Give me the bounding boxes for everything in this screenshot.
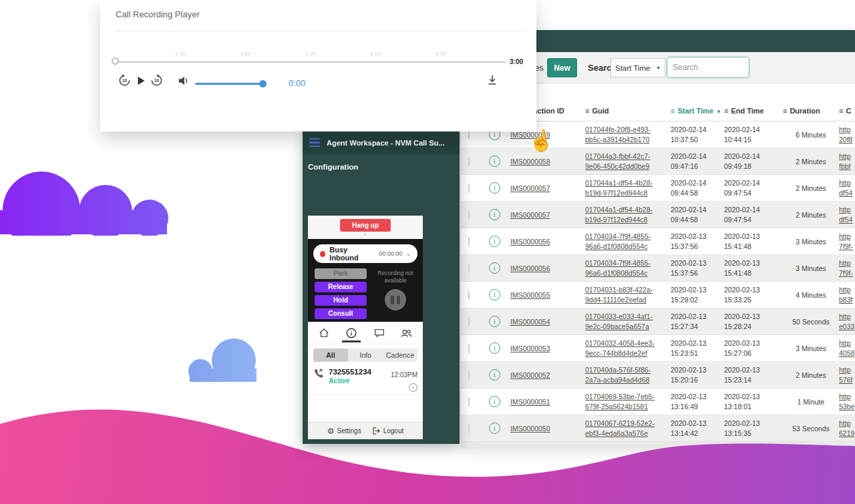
guid-link[interactable]: 01704034-7f9f-4855-96a6-d1f0808d554c — [585, 232, 651, 250]
row-checkbox[interactable] — [468, 290, 470, 300]
call-status-pill[interactable]: Busy Inbound 00:00:00 ⌄ — [313, 244, 417, 263]
home-icon[interactable] — [317, 325, 331, 341]
recording-link[interactable]: http7f9f- — [839, 259, 853, 277]
info-icon[interactable]: i — [489, 289, 500, 300]
pause-recording-button[interactable] — [385, 289, 406, 310]
consult-button[interactable]: Consult — [315, 308, 367, 319]
tab-all[interactable]: All — [313, 348, 348, 362]
hangup-button[interactable]: Hang up — [340, 219, 391, 232]
info-icon[interactable]: i — [489, 236, 500, 247]
call-list-item[interactable]: 7325551234 Active 12:03PM i — [308, 364, 423, 395]
recording-link[interactable]: http20f8 — [839, 125, 852, 144]
column-header-label: Start Time — [677, 107, 713, 115]
logout-button[interactable]: Logout — [372, 427, 404, 435]
release-button[interactable]: Release — [315, 282, 367, 292]
interaction-id-link[interactable]: IMS0000056 — [510, 238, 550, 246]
column-header-guid[interactable]: ≡Guid — [585, 107, 671, 115]
call-info-icon[interactable]: i — [409, 383, 417, 392]
start-time-value: 2020-02-1409:47:16 — [671, 152, 707, 170]
row-checkbox[interactable] — [468, 237, 470, 246]
interaction-id-cell: IMS0000055 — [510, 291, 585, 299]
volume-slider[interactable] — [195, 83, 262, 85]
guid-cell: 017044a1-df54-4b28-b19d-97f12ed944c8 — [585, 205, 671, 224]
seek-bar[interactable] — [116, 61, 506, 63]
row-checkbox[interactable] — [468, 370, 470, 380]
recording-link-cell: http576f — [839, 365, 855, 385]
row-checkbox[interactable] — [468, 184, 470, 193]
volume-icon[interactable] — [178, 75, 190, 89]
recording-link[interactable]: httpb83f — [839, 286, 852, 304]
column-header-end-time[interactable]: ≡End Time — [724, 107, 783, 115]
search-input[interactable] — [667, 57, 749, 78]
guid-link[interactable]: 017044fe-20f8-e493-bb5c-a3914b42b170 — [585, 125, 651, 144]
info-icon[interactable]: i — [489, 156, 500, 167]
guid-link[interactable]: 01704034-7f9f-4855-96a6-d1f0808d554c — [585, 259, 651, 277]
play-icon[interactable] — [135, 75, 147, 89]
settings-button[interactable]: ⚙ Settings — [327, 427, 361, 436]
download-icon[interactable] — [486, 74, 498, 88]
start-time-value: 2020-02-1315:27:34 — [671, 312, 707, 330]
guid-link[interactable]: 01704032-4058-4ee3-9ecc-744b8d4de2ef — [585, 339, 655, 357]
recording-link[interactable]: http576f — [839, 366, 852, 384]
interaction-id-link[interactable]: IMS0000055 — [510, 291, 550, 299]
interaction-id-link[interactable]: IMS0000054 — [510, 318, 550, 326]
column-header-start-time[interactable]: ≡Start Time▼ — [671, 107, 724, 115]
column-header-duration[interactable]: ≡Duration — [783, 107, 839, 115]
recording-link[interactable]: httpdf54 — [839, 206, 852, 224]
info-icon[interactable]: i — [489, 316, 500, 327]
guid-link[interactable]: 01704033-e033-4af1-9e2c-09bace5a657a — [585, 312, 653, 330]
tab-info[interactable]: Info — [348, 348, 383, 362]
guid-link[interactable]: 01704031-b83f-422a-9dd4-11110e2eefad — [585, 286, 653, 304]
guid-link[interactable]: 017044a1-df54-4b28-b19d-97f12ed944c8 — [585, 179, 653, 197]
search-field-dropdown[interactable]: Start Time ▼ — [611, 58, 665, 77]
row-checkbox[interactable] — [468, 210, 470, 220]
column-menu-icon[interactable]: ≡ — [585, 107, 589, 115]
guid-link[interactable]: 017040da-576f-5f86-2a7a-acba94ad4d68 — [585, 366, 651, 384]
row-checkbox[interactable] — [468, 157, 470, 166]
recording-link[interactable]: httpe033 — [839, 312, 854, 330]
tab-cadence[interactable]: Cadence — [383, 348, 417, 362]
recording-link[interactable]: httpdf54 — [839, 179, 852, 197]
interaction-id-link[interactable]: IMS0000052 — [510, 371, 550, 379]
column-menu-icon[interactable]: ≡ — [783, 107, 787, 115]
info-tab-icon[interactable] — [345, 325, 358, 341]
column-menu-icon[interactable]: ≡ — [671, 107, 675, 115]
guid-link[interactable]: 017044a1-df54-4b28-b19d-97f12ed944c8 — [585, 206, 653, 224]
menu-item-configuration[interactable]: Configuration — [303, 155, 460, 179]
recording-link[interactable]: http7f9f- — [839, 232, 853, 250]
table-row: iIMS0000052017040da-576f-5f86-2a7a-acba9… — [461, 362, 855, 389]
row-checkbox[interactable] — [468, 264, 470, 273]
column-header-c[interactable]: ≡C — [839, 107, 855, 115]
info-icon[interactable]: i — [489, 342, 500, 354]
hamburger-menu-icon[interactable] — [309, 138, 320, 148]
interaction-id-link[interactable]: IMS0000057 — [510, 211, 550, 219]
column-menu-icon[interactable]: ≡ — [839, 107, 843, 115]
interaction-id-link[interactable]: IMS0000053 — [510, 344, 550, 352]
workspace-titlebar: Agent Workspace - NVM Call Su... — [303, 130, 460, 155]
recording-link[interactable]: http4058 — [839, 339, 854, 357]
hold-button[interactable]: Hold — [315, 295, 367, 306]
guid-link[interactable]: 017044a3-fbbf-42c7-9e06-450c42dd0be9 — [585, 152, 651, 170]
interaction-id-link[interactable]: IMS0000057 — [510, 184, 550, 192]
row-checkbox[interactable] — [468, 317, 470, 326]
interaction-id-link[interactable]: IMS0000056 — [510, 264, 550, 272]
seek-handle[interactable] — [112, 57, 119, 65]
forward-10-icon[interactable]: 10 — [150, 73, 164, 89]
chat-icon[interactable] — [373, 325, 386, 341]
contacts-icon[interactable] — [400, 325, 413, 341]
end-time-value: 2020-02-1410:44:15 — [724, 125, 760, 144]
call-state-badge: Active — [329, 376, 371, 385]
end-time-value: 2020-02-1315:23:14 — [724, 366, 760, 384]
row-checkbox[interactable] — [468, 344, 470, 353]
interaction-id-link[interactable]: IMS0000058 — [510, 158, 550, 166]
new-button[interactable]: New — [547, 58, 577, 77]
info-icon[interactable]: i — [489, 369, 500, 381]
info-icon[interactable]: i — [489, 209, 500, 220]
info-icon[interactable]: i — [489, 262, 500, 274]
info-icon[interactable]: i — [489, 182, 500, 194]
volume-slider-handle[interactable] — [259, 80, 267, 87]
park-button[interactable]: Park — [315, 268, 367, 279]
recording-link[interactable]: httpfbbf — [839, 152, 851, 170]
replay-10-icon[interactable]: 10 — [118, 73, 132, 89]
column-menu-icon[interactable]: ≡ — [724, 107, 728, 115]
